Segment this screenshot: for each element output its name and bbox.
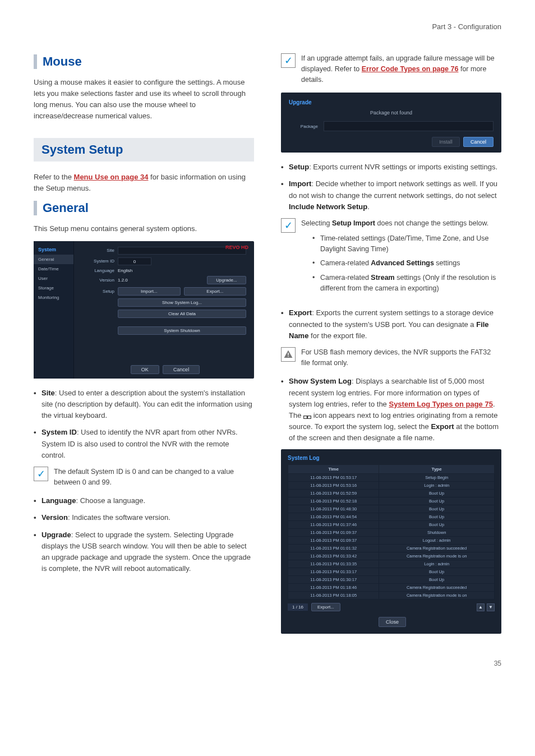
export-warning: For USB flash memory devices, the NVR su… <box>281 347 501 368</box>
version-value: 1.2.0 <box>118 278 204 283</box>
table-row: 11-08-2013 PM 01:52:59Boot Up <box>288 490 495 497</box>
import-note-sub1: Time-related settings (Date/Time, Time Z… <box>312 233 501 255</box>
svg-rect-1 <box>288 356 289 357</box>
svg-rect-3 <box>308 416 311 418</box>
check-icon: ✓ <box>281 218 296 233</box>
import-button[interactable]: Import... <box>118 287 181 296</box>
bullet-site: Site: Used to enter a description about … <box>34 388 254 421</box>
bullet-upgrade: Upgrade: Select to upgrade the system. S… <box>34 529 254 575</box>
import-note-sub2: Camera-related Advanced Settings setting… <box>312 258 501 269</box>
system-setup-heading: System Setup <box>34 138 254 162</box>
log-pager[interactable]: 1 / 16 <box>288 603 308 611</box>
table-row: 11-08-2013 PM 01:33:17Boot Up <box>288 568 495 576</box>
table-row: 11-08-2013 PM 01:33:42Camera Registratio… <box>288 552 495 560</box>
upgrade-dialog-title: Upgrade <box>289 99 494 105</box>
mouse-body: Using a mouse makes it easier to configu… <box>34 77 254 122</box>
table-row: 11-08-2013 PM 01:48:30Boot Up <box>288 505 495 513</box>
log-close-button[interactable]: Close <box>379 617 406 627</box>
setup-label: Setup <box>82 289 114 294</box>
system-general-panel: System General Date/Time User Storage Mo… <box>34 241 254 379</box>
bullet-show-system-log: Show System Log: Displays a searchable l… <box>281 376 501 444</box>
menu-use-link[interactable]: Menu Use on page 34 <box>74 173 149 181</box>
system-log-panel: System Log Time Type 11-08-2013 PM 01:53… <box>281 449 501 634</box>
panel-sidebar-title: System <box>34 245 73 255</box>
bullet-setup: Setup: Exports current NVR settings or i… <box>281 162 501 173</box>
log-header-type: Type <box>379 465 495 474</box>
mouse-heading: Mouse <box>34 54 254 69</box>
table-row: 11-08-2013 PM 01:09:37Shutdown <box>288 529 495 537</box>
systemid-label: System ID <box>82 259 114 264</box>
header-part: Part 3 - Configuration <box>34 22 501 31</box>
error-code-link[interactable]: Error Code Types on page 76 <box>362 65 459 73</box>
install-button[interactable]: Install <box>432 137 460 147</box>
upgrade-cancel-button[interactable]: Cancel <box>463 137 494 147</box>
check-icon: ✓ <box>34 467 48 481</box>
table-row: 11-08-2013 PM 01:37:46Boot Up <box>288 521 495 529</box>
system-shutdown-button[interactable]: System Shutdown <box>118 326 246 335</box>
svg-rect-2 <box>304 416 307 418</box>
upgrade-fail-note: ✓ If an upgrade attempt fails, an upgrad… <box>281 53 501 85</box>
upgrade-button[interactable]: Upgrade... <box>207 276 246 284</box>
right-column: ✓ If an upgrade attempt fails, an upgrad… <box>281 48 501 643</box>
systemid-note: ✓ The default System ID is 0 and can be … <box>34 467 254 488</box>
panel-ok-button[interactable]: OK <box>131 365 159 374</box>
table-row: 11-08-2013 PM 01:53:17Setup Begin <box>288 474 495 482</box>
log-next-button[interactable]: ▼ <box>487 603 495 611</box>
package-label: Package <box>289 124 318 129</box>
sidebar-item-storage[interactable]: Storage <box>34 283 73 293</box>
system-log-table: Time Type 11-08-2013 PM 01:53:17Setup Be… <box>288 464 495 600</box>
table-row: 11-08-2013 PM 01:18:46Camera Registratio… <box>288 584 495 592</box>
system-setup-lead: Refer to the Menu Use on page 34 for bas… <box>34 172 254 194</box>
bullet-system-id: System ID: Used to identify the NVR apar… <box>34 427 254 460</box>
system-log-types-link[interactable]: System Log Types on page 75 <box>389 400 492 408</box>
bullet-export: Export: Exports the current system setti… <box>281 307 501 341</box>
table-row: 11-08-2013 PM 01:33:35Login : admin <box>288 560 495 568</box>
upgrade-dialog-panel: Upgrade Package not found Package Instal… <box>281 93 501 153</box>
remote-source-icon <box>303 413 311 419</box>
check-icon: ✓ <box>281 53 296 68</box>
upgrade-dialog-message: Package not found <box>289 110 494 116</box>
table-row: 11-08-2013 PM 01:09:37Logout : admin <box>288 537 495 545</box>
import-note-sub3: Camera-related Stream settings (Only if … <box>312 273 501 294</box>
panel-logo: REVO HD <box>225 245 248 250</box>
sidebar-item-general[interactable]: General <box>34 255 73 264</box>
general-intro: This Setup menu contains general system … <box>34 223 254 234</box>
log-prev-button[interactable]: ▲ <box>477 603 485 611</box>
bullet-version: Version: Indicates the software version. <box>34 512 254 523</box>
panel-sidebar: System General Date/Time User Storage Mo… <box>34 241 74 379</box>
table-row: 11-08-2013 PM 01:44:54Boot Up <box>288 513 495 521</box>
table-row: 11-08-2013 PM 01:18:05Camera Registratio… <box>288 592 495 600</box>
bullet-import: Import: Decide whether to import network… <box>281 178 501 212</box>
warning-icon <box>281 347 296 362</box>
export-button[interactable]: Export... <box>184 287 247 296</box>
clear-all-data-button[interactable]: Clear All Data <box>118 310 246 318</box>
sidebar-item-user[interactable]: User <box>34 274 73 283</box>
site-label: Site <box>82 248 114 253</box>
language-label: Language <box>82 268 114 273</box>
system-log-title: System Log <box>288 455 495 461</box>
sidebar-item-datetime[interactable]: Date/Time <box>34 264 73 274</box>
language-value[interactable]: English <box>118 268 246 273</box>
version-label: Version <box>82 278 114 283</box>
log-header-time: Time <box>288 465 379 474</box>
svg-rect-0 <box>288 353 289 356</box>
package-field[interactable] <box>324 121 494 131</box>
panel-cancel-button[interactable]: Cancel <box>163 365 200 374</box>
sidebar-item-monitoring[interactable]: Monitoring <box>34 293 73 302</box>
import-note: ✓ Selecting Setup Import does not change… <box>281 218 501 300</box>
left-column: Mouse Using a mouse makes it easier to c… <box>34 48 254 643</box>
table-row: 11-08-2013 PM 01:53:16Login : admin <box>288 482 495 490</box>
systemid-input[interactable]: 0 <box>118 257 151 265</box>
general-heading: General <box>34 201 254 215</box>
show-system-log-button[interactable]: Show System Log... <box>118 298 246 307</box>
table-row: 11-08-2013 PM 01:01:32Camera Registratio… <box>288 545 495 552</box>
table-row: 11-08-2013 PM 01:52:18Boot Up <box>288 497 495 505</box>
table-row: 11-08-2013 PM 01:30:17Boot Up <box>288 576 495 584</box>
bullet-language: Language: Choose a language. <box>34 495 254 506</box>
log-export-button[interactable]: Export... <box>311 603 340 611</box>
page-number: 35 <box>34 660 501 667</box>
